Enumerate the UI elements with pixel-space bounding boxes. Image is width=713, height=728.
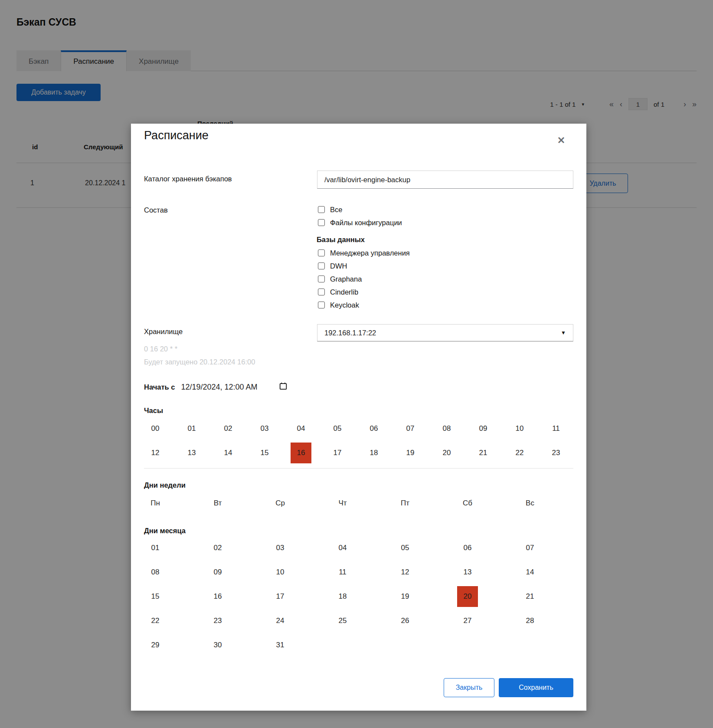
monthday-cell[interactable]: 13 (457, 562, 478, 583)
hour-cell[interactable]: 22 (509, 443, 530, 463)
hour-cell[interactable]: 09 (473, 418, 494, 439)
checkbox-config-files-label[interactable]: Файлы конфигурации (330, 219, 402, 227)
monthday-cell[interactable]: 30 (207, 635, 228, 656)
monthday-cell[interactable]: 05 (395, 538, 415, 558)
db-group-label: Базы данных (317, 236, 365, 244)
hour-cell[interactable]: 05 (327, 418, 348, 439)
catalog-input[interactable] (317, 171, 573, 189)
monthday-cell[interactable]: 12 (395, 562, 415, 583)
checkbox-row-keycloak: Keycloak (318, 301, 359, 309)
monthday-cell[interactable]: 06 (457, 538, 478, 558)
monthday-cell[interactable]: 25 (332, 610, 353, 631)
checkbox-cinderlib[interactable] (318, 289, 325, 295)
hour-cell[interactable]: 17 (327, 443, 348, 463)
hours-divider (144, 468, 573, 469)
monthday-cell[interactable]: 23 (207, 610, 228, 631)
monthday-cell[interactable]: 28 (520, 610, 540, 631)
start-label: Начать с (144, 383, 175, 391)
checkbox-row-manager: Менеджера управления (318, 249, 410, 257)
monthday-cell[interactable]: 14 (520, 562, 540, 583)
monthday-cell[interactable]: 22 (145, 610, 166, 631)
hour-cell[interactable]: 04 (291, 418, 311, 439)
hour-cell[interactable]: 08 (436, 418, 457, 439)
monthday-cell[interactable]: 03 (270, 538, 291, 558)
chevron-down-icon: ▼ (561, 330, 566, 336)
hour-cell[interactable]: 23 (546, 443, 566, 463)
hour-cell[interactable]: 20 (436, 443, 457, 463)
monthday-cell[interactable]: 26 (395, 610, 415, 631)
monthdays-label: Дни месяца (144, 527, 186, 535)
weekdays-grid: ПнВтСрЧтПтСбВс (145, 496, 582, 511)
checkbox-manager-label[interactable]: Менеджера управления (330, 249, 410, 257)
storage-select[interactable]: 192.168.1.17:22 ▼ (317, 324, 573, 341)
checkbox-dwh-label[interactable]: DWH (330, 262, 347, 270)
hour-cell[interactable]: 16 (291, 443, 311, 463)
hour-cell[interactable]: 14 (218, 443, 239, 463)
checkbox-graphana-label[interactable]: Graphana (330, 275, 362, 283)
weekday-cell[interactable]: Пн (145, 496, 166, 511)
next-run-hint: Будет запущено 20.12.2024 16:00 (144, 358, 255, 366)
start-datetime-value[interactable]: 12/19/2024, 12:00 AM (181, 383, 257, 392)
monthday-cell[interactable]: 20 (457, 586, 478, 607)
checkbox-all-label[interactable]: Все (330, 206, 342, 214)
storage-label: Хранилище (144, 328, 183, 336)
monthday-cell[interactable]: 16 (207, 586, 228, 607)
checkbox-graphana[interactable] (318, 275, 325, 282)
monthday-cell[interactable]: 21 (520, 586, 540, 607)
monthday-cell[interactable]: 10 (270, 562, 291, 583)
monthday-cell[interactable]: 29 (145, 635, 166, 656)
hour-cell[interactable]: 15 (254, 443, 275, 463)
monthday-cell[interactable]: 01 (145, 538, 166, 558)
monthday-cell[interactable]: 09 (207, 562, 228, 583)
monthday-cell[interactable]: 24 (270, 610, 291, 631)
start-row: Начать с 12/19/2024, 12:00 AM (144, 382, 287, 392)
monthday-cell[interactable]: 07 (520, 538, 540, 558)
weekday-cell[interactable]: Пт (395, 496, 415, 511)
monthday-cell[interactable]: 19 (395, 586, 415, 607)
checkbox-row-config: Файлы конфигурации (318, 218, 402, 227)
checkbox-keycloak-label[interactable]: Keycloak (330, 301, 359, 309)
weekday-cell[interactable]: Вт (207, 496, 228, 511)
weekday-cell[interactable]: Вс (520, 496, 540, 511)
checkbox-dwh[interactable] (318, 262, 325, 269)
hour-cell[interactable]: 06 (363, 418, 384, 439)
checkbox-all[interactable] (318, 206, 325, 213)
hour-cell[interactable]: 12 (145, 443, 166, 463)
checkbox-manager[interactable] (318, 249, 325, 256)
checkbox-row-all: Все (318, 205, 342, 214)
monthday-cell[interactable]: 17 (270, 586, 291, 607)
hour-cell[interactable]: 03 (254, 418, 275, 439)
monthday-cell[interactable]: 08 (145, 562, 166, 583)
monthday-cell[interactable]: 27 (457, 610, 478, 631)
monthday-cell[interactable]: 11 (332, 562, 353, 583)
hour-cell[interactable]: 13 (181, 443, 202, 463)
compose-label: Состав (144, 206, 168, 214)
modal-title: Расписание (144, 129, 209, 142)
monthday-cell[interactable]: 15 (145, 586, 166, 607)
hour-cell[interactable]: 02 (218, 418, 239, 439)
weekday-cell[interactable]: Сб (457, 496, 478, 511)
weekday-cell[interactable]: Чт (332, 496, 353, 511)
weekday-cell[interactable]: Ср (270, 496, 291, 511)
hour-cell[interactable]: 10 (509, 418, 530, 439)
checkbox-row-graphana: Graphana (318, 275, 362, 283)
checkbox-keycloak[interactable] (318, 302, 325, 308)
checkbox-config-files[interactable] (318, 219, 325, 226)
monthday-cell[interactable]: 02 (207, 538, 228, 558)
hour-cell[interactable]: 07 (400, 418, 421, 439)
hour-cell[interactable]: 18 (363, 443, 384, 463)
monthdays-grid: 0102030405060708091011121314151617181920… (145, 538, 582, 656)
monthday-cell[interactable]: 31 (270, 635, 291, 656)
checkbox-cinderlib-label[interactable]: Cinderlib (330, 288, 358, 296)
hour-cell[interactable]: 11 (546, 418, 566, 439)
hour-cell[interactable]: 01 (181, 418, 202, 439)
calendar-icon[interactable] (279, 382, 287, 392)
monthday-cell[interactable]: 04 (332, 538, 353, 558)
close-button[interactable]: Закрыть (444, 678, 494, 697)
hour-cell[interactable]: 19 (400, 443, 421, 463)
hour-cell[interactable]: 00 (145, 418, 166, 439)
hour-cell[interactable]: 21 (473, 443, 494, 463)
close-icon[interactable]: ✕ (554, 133, 569, 148)
save-button[interactable]: Сохранить (499, 678, 573, 697)
monthday-cell[interactable]: 18 (332, 586, 353, 607)
